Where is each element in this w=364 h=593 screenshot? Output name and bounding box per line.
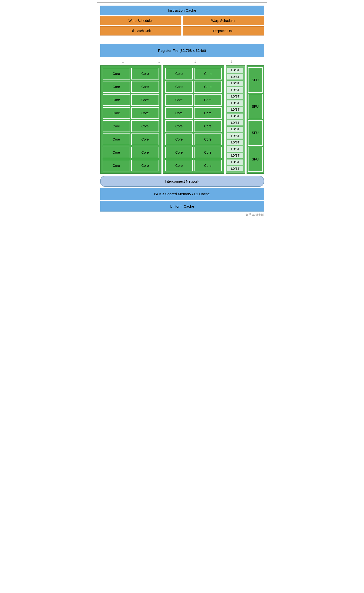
ldst-column: LD/ST LD/ST LD/ST LD/ST LD/ST LD/ST LD/S… — [226, 65, 245, 174]
core-1-2: Core — [131, 68, 159, 80]
warp-scheduler-2: Warp Scheduler — [183, 16, 264, 25]
execution-units-area: Core Core Core Core Core Core Core Core … — [100, 65, 264, 174]
core-row-7-col1: Core Core — [103, 147, 159, 158]
dispatch-unit-1: Dispatch Unit — [100, 26, 181, 35]
core-2-2: Core — [131, 81, 159, 93]
core-1-1: Core — [103, 68, 130, 80]
arrows-to-columns: ↓ ↓ ↓ ↓ — [100, 58, 264, 64]
core-8-2: Core — [131, 160, 159, 171]
core-c2-6-2: Core — [194, 133, 222, 145]
sfu-1: SFU — [248, 67, 263, 93]
register-file: Register File (32,768 x 32-bit) — [100, 44, 264, 57]
warp-scheduler-1: Warp Scheduler — [100, 16, 181, 25]
ldst-9: LD/ST — [227, 120, 244, 126]
ldst-4: LD/ST — [227, 87, 244, 93]
core-column-2: Core Core Core Core Core Core Core Core … — [163, 65, 224, 174]
gpu-sm-diagram: Instruction Cache Warp Scheduler Warp Sc… — [97, 2, 267, 220]
core-row-6-col2: Core Core — [165, 133, 222, 145]
dispatch-unit-2: Dispatch Unit — [183, 26, 264, 35]
core-c2-1-1: Core — [165, 68, 193, 80]
uniform-cache: Uniform Cache — [100, 201, 264, 212]
core-row-5-col2: Core Core — [165, 120, 222, 132]
sfu-3: SFU — [248, 120, 263, 146]
core-7-1: Core — [103, 147, 130, 158]
core-5-2: Core — [131, 120, 159, 132]
sfu-2: SFU — [248, 94, 263, 119]
core-row-8-col1: Core Core — [103, 160, 159, 171]
ldst-14: LD/ST — [227, 153, 244, 159]
arrow-icon-1: ↓ — [140, 37, 142, 42]
ldst-8: LD/ST — [227, 113, 244, 119]
instruction-cache: Instruction Cache — [100, 6, 264, 15]
ldst-12: LD/ST — [227, 140, 244, 145]
core-c2-8-1: Core — [165, 160, 193, 171]
arrow-icon-4: ↓ — [158, 59, 160, 64]
ldst-2: LD/ST — [227, 74, 244, 80]
ldst-7: LD/ST — [227, 107, 244, 113]
core-row-1-col2: Core Core — [165, 68, 222, 80]
core-6-1: Core — [103, 133, 130, 145]
ldst-5: LD/ST — [227, 94, 244, 99]
core-row-1-col1: Core Core — [103, 68, 159, 80]
core-3-2: Core — [131, 94, 159, 106]
core-column-1: Core Core Core Core Core Core Core Core … — [100, 65, 161, 174]
ldst-6: LD/ST — [227, 100, 244, 106]
core-c2-8-2: Core — [194, 160, 222, 171]
ldst-1: LD/ST — [227, 67, 244, 73]
ldst-13: LD/ST — [227, 146, 244, 152]
arrow-icon-5: ↓ — [194, 59, 196, 64]
interconnect-network: Interconnect Network — [100, 176, 264, 187]
core-3-1: Core — [103, 94, 130, 106]
core-c2-3-1: Core — [165, 94, 193, 106]
core-c2-2-1: Core — [165, 81, 193, 93]
core-row-3-col2: Core Core — [165, 94, 222, 106]
core-c2-3-2: Core — [194, 94, 222, 106]
core-4-2: Core — [131, 107, 159, 119]
core-row-4-col1: Core Core — [103, 107, 159, 119]
core-c2-7-1: Core — [165, 147, 193, 158]
ldst-10: LD/ST — [227, 126, 244, 132]
dispatch-unit-row: Dispatch Unit Dispatch Unit — [100, 26, 264, 35]
core-4-1: Core — [103, 107, 130, 119]
watermark: 知乎 @提太阳 — [100, 213, 264, 217]
core-row-2-col2: Core Core — [165, 81, 222, 93]
core-c2-5-2: Core — [194, 120, 222, 132]
arrow-icon-6: ↓ — [230, 59, 233, 64]
core-c2-4-2: Core — [194, 107, 222, 119]
core-row-7-col2: Core Core — [165, 147, 222, 158]
core-c2-4-1: Core — [165, 107, 193, 119]
core-c2-2-2: Core — [194, 81, 222, 93]
sfu-column: SFU SFU SFU SFU — [247, 65, 264, 174]
core-row-3-col1: Core Core — [103, 94, 159, 106]
core-row-4-col2: Core Core — [165, 107, 222, 119]
core-8-1: Core — [103, 160, 130, 171]
ldst-11: LD/ST — [227, 133, 244, 139]
core-c2-1-2: Core — [194, 68, 222, 80]
arrow-icon-3: ↓ — [122, 59, 124, 64]
core-row-2-col1: Core Core — [103, 81, 159, 93]
core-row-8-col2: Core Core — [165, 160, 222, 171]
ldst-3: LD/ST — [227, 80, 244, 86]
core-6-2: Core — [131, 133, 159, 145]
sfu-4: SFU — [248, 147, 263, 172]
core-c2-5-1: Core — [165, 120, 193, 132]
ldst-16: LD/ST — [227, 166, 244, 172]
core-2-1: Core — [103, 81, 130, 93]
core-row-5-col1: Core Core — [103, 120, 159, 132]
ldst-15: LD/ST — [227, 159, 244, 165]
core-c2-6-1: Core — [165, 133, 193, 145]
warp-scheduler-row: Warp Scheduler Warp Scheduler — [100, 16, 264, 25]
arrow-icon-2: ↓ — [222, 37, 224, 42]
arrows-to-register: ↓ ↓ — [100, 36, 264, 43]
core-5-1: Core — [103, 120, 130, 132]
shared-memory: 64 KB Shared Memory / L1 Cache — [100, 188, 264, 200]
core-row-6-col1: Core Core — [103, 133, 159, 145]
core-7-2: Core — [131, 147, 159, 158]
core-c2-7-2: Core — [194, 147, 222, 158]
